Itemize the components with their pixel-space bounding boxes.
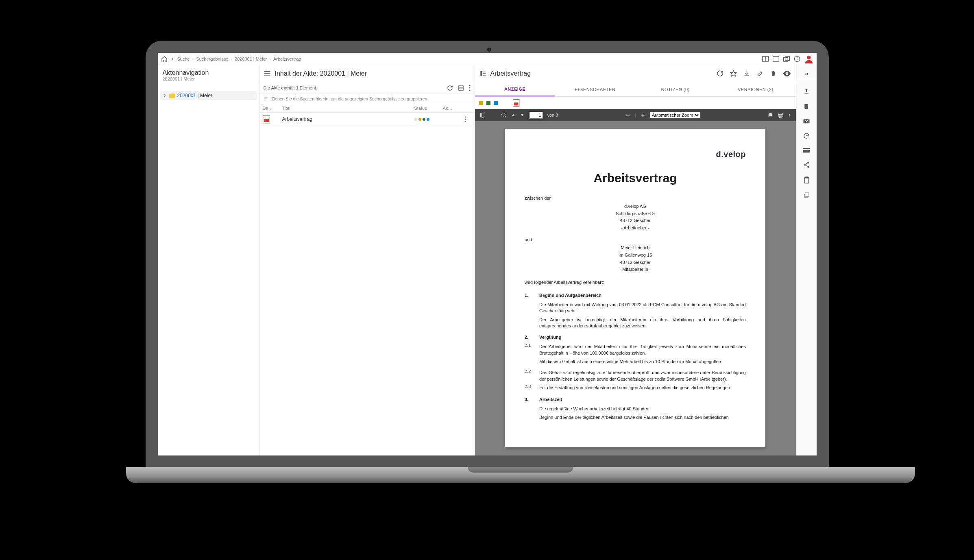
layout-single-icon[interactable]	[773, 56, 779, 62]
book-icon[interactable]	[803, 103, 810, 110]
sidebar-panel: Aktennavigation 2020001 | Meier 2020001 …	[158, 65, 259, 455]
row-more-icon[interactable]	[459, 116, 471, 122]
row-title: Arbeitsvertrag	[282, 116, 414, 122]
svg-point-46	[807, 166, 809, 168]
breadcrumb: Suche› Suchergebnisse› 2020001 | Meier› …	[177, 57, 301, 61]
tab-notizen[interactable]: NOTIZEN (0)	[635, 82, 715, 96]
list-title: Inhalt der Akte: 2020001 | Meier	[275, 70, 367, 77]
tab-anzeige[interactable]: ANZEIGE	[475, 82, 555, 96]
right-rail	[796, 65, 817, 455]
refresh-icon[interactable]	[717, 70, 723, 77]
svg-point-7	[797, 57, 797, 58]
svg-point-44	[807, 162, 809, 164]
card-icon[interactable]	[803, 148, 810, 153]
svg-point-45	[804, 164, 806, 166]
svg-marker-35	[521, 114, 524, 116]
group-icon	[264, 96, 268, 101]
page-up-icon[interactable]	[511, 113, 516, 118]
list-count: Die Akte enthält 1 Element.	[264, 85, 318, 90]
toggle-panel-icon[interactable]	[480, 71, 486, 76]
table-view-icon[interactable]	[458, 85, 464, 91]
pdf-icon	[512, 99, 519, 107]
page-total: von 3	[547, 113, 558, 118]
svg-point-16	[469, 87, 470, 88]
layout-split-icon[interactable]	[762, 56, 769, 62]
collapse-rail-icon[interactable]	[797, 69, 817, 79]
tool-tray	[475, 97, 796, 109]
zoom-select[interactable]: Automatischer Zoom	[650, 112, 700, 118]
layout-popout-icon[interactable]	[783, 56, 790, 62]
status-square[interactable]	[494, 101, 498, 105]
table-row[interactable]: Arbeitsvertrag	[259, 113, 475, 126]
sync-icon[interactable]	[803, 132, 810, 139]
doc-heading: Arbeitsvertrag	[525, 171, 746, 185]
share-icon[interactable]	[803, 161, 810, 168]
delete-icon[interactable]	[770, 70, 776, 77]
col-status[interactable]: Status	[414, 106, 443, 111]
svg-rect-4	[785, 57, 789, 60]
clipboard-icon[interactable]	[804, 176, 810, 184]
user-avatar-icon[interactable]	[804, 54, 813, 63]
svg-rect-50	[805, 193, 809, 196]
table-header: Da… Titel Status Ak…	[259, 104, 475, 113]
employee-block: Meier HeinrichIm Gallenweg 1548712 Gesch…	[525, 244, 746, 273]
pdf-page: d.velop Arbeitsvertrag zwischen der d.ve…	[505, 129, 765, 447]
search-icon[interactable]	[501, 112, 507, 118]
page-input[interactable]	[529, 111, 543, 119]
brand-logo: d.velop	[525, 150, 746, 159]
svg-marker-28	[730, 70, 736, 76]
svg-point-8	[807, 55, 811, 59]
svg-rect-30	[479, 113, 481, 118]
stack-icon[interactable]	[803, 192, 810, 198]
folder-icon	[169, 94, 175, 98]
tree-node[interactable]: 2020001 | Meier	[160, 91, 257, 100]
visibility-icon[interactable]	[783, 70, 791, 77]
svg-line-33	[504, 116, 506, 118]
comment-icon[interactable]	[767, 112, 774, 118]
zoom-out-icon[interactable]	[625, 112, 631, 118]
svg-rect-12	[458, 85, 463, 90]
upload-icon[interactable]	[803, 87, 810, 95]
col-title[interactable]: Titel	[282, 106, 414, 111]
breadcrumb-item[interactable]: Suche	[177, 57, 190, 61]
breadcrumb-item[interactable]: Suchergebnisse	[196, 57, 228, 61]
col-action[interactable]: Ak…	[443, 106, 459, 111]
refresh-icon[interactable]	[447, 85, 453, 91]
tools-icon[interactable]	[788, 112, 792, 118]
breadcrumb-item[interactable]: 2020001 | Meier	[235, 57, 267, 61]
pdf-toolbar: von 3 | Automatischer Zoom	[475, 109, 796, 121]
zoom-in-icon[interactable]	[640, 112, 646, 118]
svg-rect-47	[804, 178, 808, 183]
mail-icon[interactable]	[803, 118, 810, 124]
col-date[interactable]: Da…	[263, 106, 282, 111]
sidebar-subtitle: 2020001 | Meier	[163, 76, 254, 81]
svg-point-22	[464, 119, 466, 120]
pdf-stage[interactable]: d.velop Arbeitsvertrag zwischen der d.ve…	[475, 121, 796, 455]
employer-block: d.velop AGSchildarpstraße 6-848712 Gesch…	[525, 203, 746, 231]
page-down-icon[interactable]	[520, 113, 525, 118]
star-icon[interactable]	[730, 70, 737, 77]
svg-rect-3	[783, 57, 788, 61]
tab-eigenschaften[interactable]: EIGENSCHAFTEN	[555, 82, 635, 96]
group-by-bar[interactable]: Ziehen Sie die Spalten hierhin, um die a…	[259, 94, 475, 104]
status-square[interactable]	[486, 101, 490, 105]
download-icon[interactable]	[743, 70, 750, 77]
svg-rect-2	[773, 57, 779, 61]
menu-icon[interactable]	[264, 71, 271, 76]
svg-point-17	[469, 89, 470, 91]
sidebar-title: Aktennavigation	[163, 69, 254, 76]
tab-versionen[interactable]: VERSIONEN (2)	[715, 82, 795, 96]
breadcrumb-item: Arbeitsvertrag	[273, 57, 301, 61]
more-icon[interactable]	[469, 85, 471, 91]
info-icon[interactable]	[794, 56, 800, 62]
print-icon[interactable]	[778, 112, 784, 118]
svg-rect-42	[803, 148, 810, 153]
status-square[interactable]	[479, 101, 483, 105]
edit-icon[interactable]	[757, 70, 764, 77]
doc-tabs: ANZEIGE EIGENSCHAFTEN NOTIZEN (0) VERSIO…	[475, 82, 796, 97]
home-icon[interactable]	[161, 56, 168, 62]
svg-rect-31	[482, 113, 484, 118]
nav-back-icon[interactable]	[170, 57, 175, 61]
sidebar-toggle-icon[interactable]	[479, 112, 485, 118]
svg-rect-48	[806, 177, 808, 178]
